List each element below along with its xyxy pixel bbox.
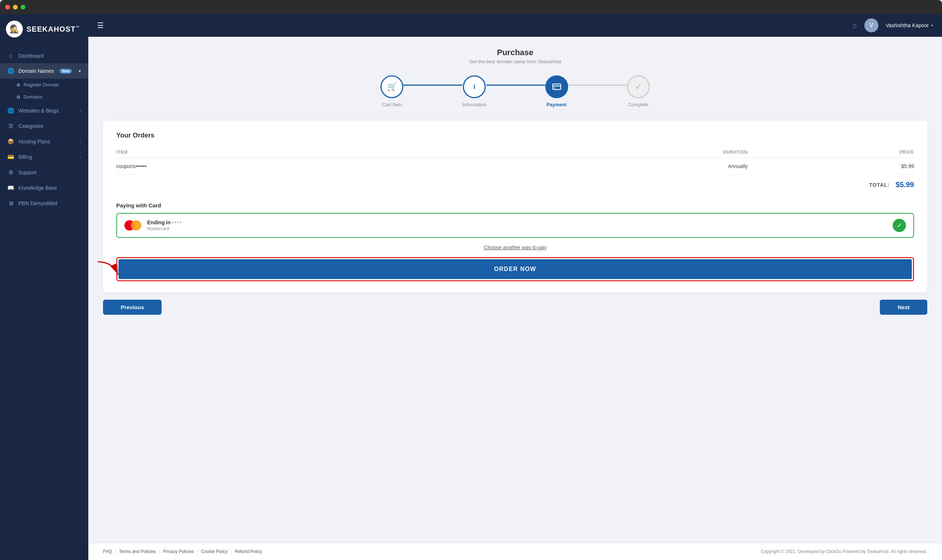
paying-label: Paying with Card <box>116 202 914 208</box>
box-icon: 📦 <box>7 138 14 145</box>
item-duration: Annually <box>466 158 748 175</box>
sidebar-item-hosting-plans[interactable]: 📦 Hosting Plans ‹ <box>0 134 88 149</box>
user-chevron-icon: ▾ <box>931 23 933 28</box>
topbar: ☰ ⌂ V Vashishtha Kapoor ▾ <box>88 14 942 37</box>
minimize-dot[interactable] <box>13 5 18 9</box>
maximize-dot[interactable] <box>21 5 25 9</box>
main-area: ☰ ⌂ V Vashishtha Kapoor ▾ Purchase Get t… <box>88 14 942 560</box>
sidebar-item-dashboard[interactable]: ⌂ Dashboard <box>0 48 88 63</box>
sidebar-item-domain-names[interactable]: 🌐 Domain Names New ▾ <box>0 63 88 79</box>
step-label-complete: Complete <box>628 102 649 108</box>
step-complete: ✓ Complete <box>627 75 650 108</box>
sidebar-item-label: Hosting Plans <box>19 138 50 145</box>
billing-icon: 💳 <box>7 154 14 160</box>
sub-dot-icon <box>17 83 20 86</box>
step-circle-cart: 🛒 <box>381 75 403 98</box>
mastercard-icon <box>124 220 141 231</box>
step-line-1 <box>403 85 462 86</box>
footer: FAQ | Terms and Policies | Privacy Polic… <box>88 543 942 560</box>
page-title: Purchase <box>103 48 927 57</box>
table-row: coupons•••••• Annually $5.99 <box>116 158 914 175</box>
home-icon: ⌂ <box>7 52 14 59</box>
step-payment: Payment <box>545 75 568 108</box>
main-content: Purchase Get the best domain name from S… <box>88 37 942 543</box>
order-now-button[interactable]: ORDER NOW <box>119 259 912 279</box>
order-now-section: ORDER NOW <box>116 257 914 281</box>
globe-icon: 🌐 <box>7 108 14 114</box>
globe-icon: 🌐 <box>7 68 14 74</box>
sidebar-item-register-domain[interactable]: Register Domain <box>0 79 88 91</box>
purchase-header: Purchase Get the best domain name from S… <box>103 48 927 65</box>
sidebar-item-label: Domain Names <box>19 68 54 74</box>
home-button[interactable]: ⌂ <box>853 22 857 30</box>
payment-icon <box>552 82 561 92</box>
sidebar-logo: 🕵️ SEEKAHOST™ <box>0 14 88 45</box>
chevron-right-icon: ‹ <box>80 139 81 144</box>
sidebar-item-pbn-demystified[interactable]: 🖥 PBN Demystified <box>0 195 88 211</box>
sidebar-item-label: Billing <box>19 154 32 160</box>
footer-faq-link[interactable]: FAQ <box>103 549 112 554</box>
step-line-3 <box>568 85 627 86</box>
monitor-icon: 🖥 <box>7 200 14 206</box>
sidebar: 🕵️ SEEKAHOST™ ⌂ Dashboard 🌐 Domain Names… <box>0 14 88 560</box>
step-circle-complete: ✓ <box>627 75 650 98</box>
window-chrome <box>0 0 942 14</box>
order-table: ITEM DURATION PRICE coupons•••••• Annual… <box>116 147 914 175</box>
steps-container: 🛒 Cart Item i Information <box>103 75 927 108</box>
new-badge: New <box>60 69 72 74</box>
order-total-row: TOTAL: $5.99 <box>116 175 914 195</box>
card-option[interactable]: Ending in •••• Mastercard ✓ <box>116 213 914 238</box>
step-cart: 🛒 Cart Item <box>381 75 403 108</box>
sidebar-item-label: Register Domain <box>23 82 59 88</box>
card-ending: Ending in •••• <box>147 220 887 225</box>
step-circle-information: i <box>463 75 486 98</box>
col-item: ITEM <box>116 147 466 158</box>
chevron-right-icon: ‹ <box>80 155 81 159</box>
support-icon: ⚙ <box>7 169 14 176</box>
step-label-cart: Cart Item <box>382 102 402 108</box>
username-label: Vashishtha Kapoor <box>886 22 929 28</box>
step-circle-payment <box>545 75 568 98</box>
col-price: PRICE <box>748 147 914 158</box>
user-menu[interactable]: Vashishtha Kapoor ▾ <box>886 22 933 28</box>
categories-icon: ☰ <box>7 123 14 129</box>
logo-icon: 🕵️ <box>6 21 23 37</box>
step-line-2 <box>486 85 545 86</box>
sidebar-item-label: Categories <box>19 123 43 129</box>
previous-button[interactable]: Previous <box>103 300 162 315</box>
footer-privacy-link[interactable]: Privacy Policies <box>163 549 194 554</box>
step-label-payment: Payment <box>546 102 566 108</box>
close-dot[interactable] <box>5 5 10 9</box>
footer-cookie-link[interactable]: Cookie Policy <box>201 549 228 554</box>
sidebar-item-domains[interactable]: Domains <box>0 91 88 103</box>
sidebar-item-billing[interactable]: 💳 Billing ‹ <box>0 149 88 165</box>
chevron-right-icon: ‹ <box>80 108 81 113</box>
order-card: Your Orders ITEM DURATION PRICE coupons•… <box>103 121 927 292</box>
footer-terms-link[interactable]: Terms and Policies <box>119 549 156 554</box>
col-duration: DURATION <box>466 147 748 158</box>
order-title: Your Orders <box>116 132 914 139</box>
nav-buttons: Previous Next <box>103 292 927 318</box>
step-information: i Information <box>462 75 486 108</box>
topbar-right: ⌂ V Vashishtha Kapoor ▾ <box>853 18 933 32</box>
sub-dot-icon <box>17 95 20 98</box>
next-button[interactable]: Next <box>880 300 927 315</box>
chevron-down-icon: ▾ <box>79 69 81 74</box>
choose-another-link[interactable]: Choose another way to pay <box>116 245 914 251</box>
sidebar-item-knowledge-base[interactable]: 📖 Knowledge Base <box>0 180 88 195</box>
logo-text: SEEKAHOST™ <box>26 25 80 34</box>
sidebar-item-websites-blogs[interactable]: 🌐 Websites & Blogs ‹ <box>0 103 88 118</box>
footer-copyright: Copyright © 2021. Developed by ClickDo P… <box>761 549 927 554</box>
order-now-wrapper: ORDER NOW <box>116 257 914 281</box>
app-wrapper: 🕵️ SEEKAHOST™ ⌂ Dashboard 🌐 Domain Names… <box>0 14 942 560</box>
sidebar-item-support[interactable]: ⚙ Support <box>0 165 88 180</box>
hamburger-button[interactable]: ☰ <box>97 21 104 30</box>
footer-refund-link[interactable]: Refund Policy <box>235 549 262 554</box>
footer-links: FAQ | Terms and Policies | Privacy Polic… <box>103 549 262 554</box>
sidebar-item-label: Knowledge Base <box>19 185 57 191</box>
card-type: Mastercard <box>147 226 887 231</box>
sidebar-item-label: PBN Demystified <box>19 200 57 206</box>
sidebar-item-categories[interactable]: ☰ Categories <box>0 118 88 134</box>
sidebar-nav: ⌂ Dashboard 🌐 Domain Names New ▾ Registe… <box>0 45 88 560</box>
page-subtitle: Get the best domain name from SeekaHost <box>103 59 927 65</box>
